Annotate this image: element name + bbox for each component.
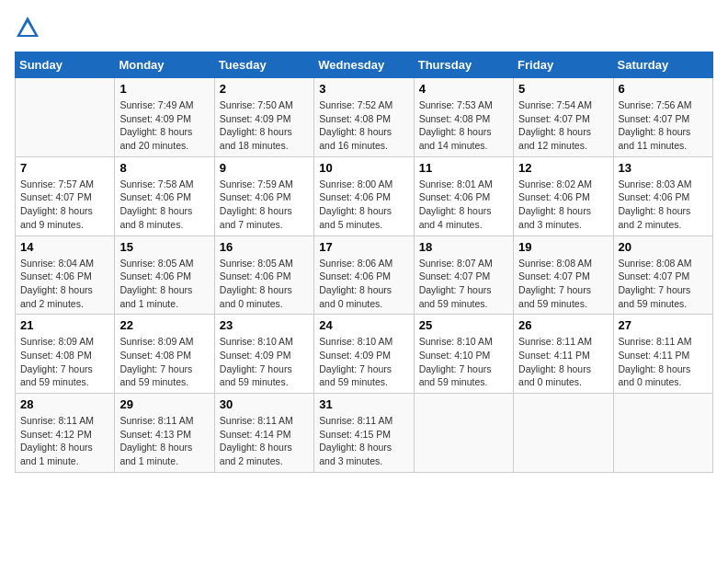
day-info: Sunrise: 7:53 AM Sunset: 4:08 PM Dayligh…: [419, 98, 508, 153]
day-number: 9: [220, 161, 309, 175]
day-number: 24: [319, 318, 408, 332]
day-info: Sunrise: 7:54 AM Sunset: 4:07 PM Dayligh…: [518, 98, 608, 153]
calendar-cell: 15Sunrise: 8:05 AM Sunset: 4:06 PM Dayli…: [115, 236, 214, 315]
calendar-cell: 31Sunrise: 8:11 AM Sunset: 4:15 PM Dayli…: [314, 394, 414, 473]
day-info: Sunrise: 8:06 AM Sunset: 4:06 PM Dayligh…: [319, 257, 408, 311]
header-cell-monday: Monday: [115, 52, 214, 78]
day-info: Sunrise: 8:02 AM Sunset: 4:06 PM Dayligh…: [518, 178, 608, 232]
calendar-cell: 10Sunrise: 8:00 AM Sunset: 4:06 PM Dayli…: [314, 156, 414, 236]
day-info: Sunrise: 8:10 AM Sunset: 4:09 PM Dayligh…: [220, 335, 309, 389]
logo: [15, 15, 44, 40]
day-info: Sunrise: 8:09 AM Sunset: 4:08 PM Dayligh…: [119, 335, 209, 389]
day-number: 30: [220, 397, 309, 411]
day-info: Sunrise: 8:10 AM Sunset: 4:09 PM Dayligh…: [319, 335, 408, 389]
header-row: SundayMondayTuesdayWednesdayThursdayFrid…: [16, 52, 713, 78]
calendar-cell: 30Sunrise: 8:11 AM Sunset: 4:14 PM Dayli…: [214, 394, 313, 473]
day-number: 14: [20, 240, 109, 254]
day-info: Sunrise: 8:09 AM Sunset: 4:08 PM Dayligh…: [20, 335, 109, 389]
day-number: 13: [619, 161, 708, 175]
calendar-cell: 25Sunrise: 8:10 AM Sunset: 4:10 PM Dayli…: [414, 315, 513, 394]
day-number: 15: [119, 240, 209, 254]
day-number: 17: [319, 240, 408, 254]
day-info: Sunrise: 8:05 AM Sunset: 4:06 PM Dayligh…: [119, 257, 209, 311]
calendar-header: SundayMondayTuesdayWednesdayThursdayFrid…: [16, 52, 713, 78]
calendar-cell: 6Sunrise: 7:56 AM Sunset: 4:07 PM Daylig…: [613, 78, 712, 157]
day-number: 7: [20, 161, 109, 175]
day-number: 20: [619, 240, 708, 254]
header-cell-thursday: Thursday: [414, 52, 513, 78]
day-number: 6: [619, 82, 708, 96]
calendar-cell: 14Sunrise: 8:04 AM Sunset: 4:06 PM Dayli…: [16, 236, 115, 315]
calendar-cell: 8Sunrise: 7:58 AM Sunset: 4:06 PM Daylig…: [115, 156, 214, 236]
calendar-cell: 27Sunrise: 8:11 AM Sunset: 4:11 PM Dayli…: [613, 315, 712, 394]
day-number: 8: [119, 161, 209, 175]
day-number: 5: [518, 82, 608, 96]
day-info: Sunrise: 8:08 AM Sunset: 4:07 PM Dayligh…: [619, 257, 708, 311]
day-number: 28: [20, 397, 109, 411]
logo-icon: [15, 15, 40, 40]
header-cell-saturday: Saturday: [613, 52, 712, 78]
week-row: 14Sunrise: 8:04 AM Sunset: 4:06 PM Dayli…: [16, 236, 713, 315]
calendar-table: SundayMondayTuesdayWednesdayThursdayFrid…: [15, 52, 713, 473]
day-info: Sunrise: 8:01 AM Sunset: 4:06 PM Dayligh…: [419, 178, 508, 232]
calendar-cell: 9Sunrise: 7:59 AM Sunset: 4:06 PM Daylig…: [214, 156, 313, 236]
calendar-cell: 18Sunrise: 8:07 AM Sunset: 4:07 PM Dayli…: [414, 236, 513, 315]
day-number: 23: [220, 318, 309, 332]
day-info: Sunrise: 8:08 AM Sunset: 4:07 PM Dayligh…: [518, 257, 608, 311]
day-info: Sunrise: 8:11 AM Sunset: 4:11 PM Dayligh…: [619, 335, 708, 389]
day-number: 18: [419, 240, 508, 254]
day-info: Sunrise: 8:11 AM Sunset: 4:13 PM Dayligh…: [119, 414, 209, 468]
day-info: Sunrise: 7:57 AM Sunset: 4:07 PM Dayligh…: [20, 178, 109, 232]
calendar-cell: [613, 394, 712, 473]
day-number: 10: [319, 161, 408, 175]
day-number: 19: [518, 240, 608, 254]
calendar-cell: 24Sunrise: 8:10 AM Sunset: 4:09 PM Dayli…: [314, 315, 414, 394]
day-number: 29: [119, 397, 209, 411]
week-row: 21Sunrise: 8:09 AM Sunset: 4:08 PM Dayli…: [16, 315, 713, 394]
calendar-cell: 21Sunrise: 8:09 AM Sunset: 4:08 PM Dayli…: [16, 315, 115, 394]
day-number: 2: [220, 82, 309, 96]
day-number: 11: [419, 161, 508, 175]
day-number: 21: [20, 318, 109, 332]
calendar-cell: 4Sunrise: 7:53 AM Sunset: 4:08 PM Daylig…: [414, 78, 513, 157]
calendar-cell: 3Sunrise: 7:52 AM Sunset: 4:08 PM Daylig…: [314, 78, 414, 157]
calendar-cell: [414, 394, 513, 473]
calendar-body: 1Sunrise: 7:49 AM Sunset: 4:09 PM Daylig…: [16, 78, 713, 473]
calendar-cell: 11Sunrise: 8:01 AM Sunset: 4:06 PM Dayli…: [414, 156, 513, 236]
calendar-cell: 28Sunrise: 8:11 AM Sunset: 4:12 PM Dayli…: [16, 394, 115, 473]
day-info: Sunrise: 8:10 AM Sunset: 4:10 PM Dayligh…: [419, 335, 508, 389]
header-cell-wednesday: Wednesday: [314, 52, 414, 78]
day-info: Sunrise: 8:11 AM Sunset: 4:14 PM Dayligh…: [220, 414, 309, 468]
calendar-cell: 1Sunrise: 7:49 AM Sunset: 4:09 PM Daylig…: [115, 78, 214, 157]
week-row: 7Sunrise: 7:57 AM Sunset: 4:07 PM Daylig…: [16, 156, 713, 236]
day-info: Sunrise: 7:50 AM Sunset: 4:09 PM Dayligh…: [220, 98, 309, 153]
header-cell-tuesday: Tuesday: [214, 52, 313, 78]
day-number: 4: [419, 82, 508, 96]
day-info: Sunrise: 8:11 AM Sunset: 4:12 PM Dayligh…: [20, 414, 109, 468]
calendar-cell: 7Sunrise: 7:57 AM Sunset: 4:07 PM Daylig…: [16, 156, 115, 236]
day-info: Sunrise: 8:05 AM Sunset: 4:06 PM Dayligh…: [220, 257, 309, 311]
calendar-cell: 12Sunrise: 8:02 AM Sunset: 4:06 PM Dayli…: [514, 156, 613, 236]
calendar-cell: 19Sunrise: 8:08 AM Sunset: 4:07 PM Dayli…: [514, 236, 613, 315]
day-info: Sunrise: 8:07 AM Sunset: 4:07 PM Dayligh…: [419, 257, 508, 311]
day-info: Sunrise: 8:11 AM Sunset: 4:15 PM Dayligh…: [319, 414, 408, 468]
calendar-cell: 5Sunrise: 7:54 AM Sunset: 4:07 PM Daylig…: [514, 78, 613, 157]
day-info: Sunrise: 8:00 AM Sunset: 4:06 PM Dayligh…: [319, 178, 408, 232]
calendar-cell: 29Sunrise: 8:11 AM Sunset: 4:13 PM Dayli…: [115, 394, 214, 473]
page-header: [15, 15, 713, 40]
day-info: Sunrise: 8:11 AM Sunset: 4:11 PM Dayligh…: [518, 335, 608, 389]
header-cell-sunday: Sunday: [16, 52, 115, 78]
day-number: 3: [319, 82, 408, 96]
day-number: 31: [319, 397, 408, 411]
day-number: 16: [220, 240, 309, 254]
calendar-cell: 2Sunrise: 7:50 AM Sunset: 4:09 PM Daylig…: [214, 78, 313, 157]
header-cell-friday: Friday: [514, 52, 613, 78]
calendar-cell: [514, 394, 613, 473]
day-info: Sunrise: 7:59 AM Sunset: 4:06 PM Dayligh…: [220, 178, 309, 232]
week-row: 28Sunrise: 8:11 AM Sunset: 4:12 PM Dayli…: [16, 394, 713, 473]
day-number: 27: [619, 318, 708, 332]
calendar-cell: 13Sunrise: 8:03 AM Sunset: 4:06 PM Dayli…: [613, 156, 712, 236]
day-number: 26: [518, 318, 608, 332]
week-row: 1Sunrise: 7:49 AM Sunset: 4:09 PM Daylig…: [16, 78, 713, 157]
calendar-cell: 17Sunrise: 8:06 AM Sunset: 4:06 PM Dayli…: [314, 236, 414, 315]
